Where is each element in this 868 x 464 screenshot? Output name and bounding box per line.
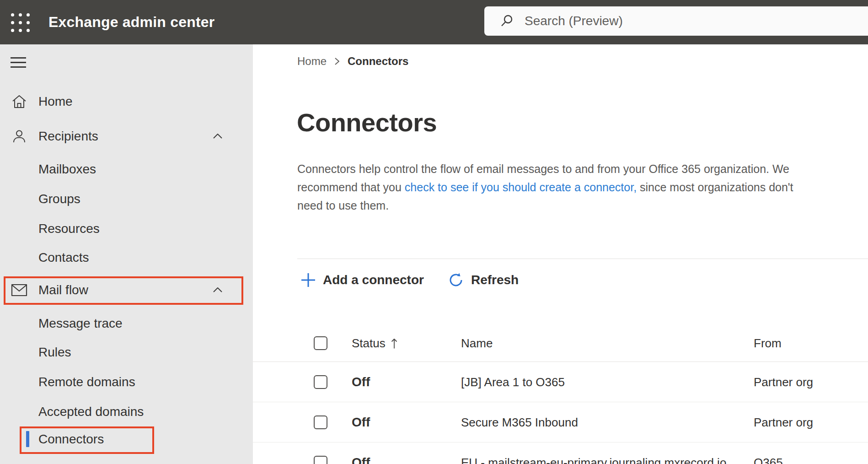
row-checkbox[interactable]: [314, 415, 327, 429]
add-connector-button[interactable]: Add a connector: [300, 272, 424, 288]
main-content: Home Connectors Connectors Connectors he…: [253, 44, 868, 464]
sidebar-item-label: Message trace: [38, 316, 123, 331]
table-header-row: Status Name From: [253, 325, 868, 362]
name-cell: EU - mailstream-eu-primary.journaling.mx…: [461, 455, 726, 464]
sidebar-item-groups[interactable]: Groups: [0, 184, 253, 214]
from-cell: Partner org: [754, 415, 813, 429]
refresh-button[interactable]: Refresh: [448, 272, 519, 288]
command-bar: Add a connector Refresh: [300, 265, 519, 295]
top-app-bar: Exchange admin center: [0, 0, 868, 44]
sidebar-item-mailboxes[interactable]: Mailboxes: [0, 155, 253, 184]
status-cell: Off: [352, 455, 370, 464]
sidebar-item-accepted-domains[interactable]: Accepted domains: [0, 397, 253, 426]
breadcrumb-chevron-icon: [334, 56, 340, 66]
description-line-3: need to use them.: [297, 196, 793, 215]
name-cell: Secure M365 Inbound: [461, 415, 578, 429]
sidebar-item-label: Remote domains: [38, 375, 135, 389]
page-description: Connectors help control the flow of emai…: [297, 160, 793, 215]
sidebar-item-mail-flow[interactable]: Mail flow: [0, 275, 253, 305]
status-cell: Off: [352, 375, 370, 389]
sidebar-item-label: Connectors: [38, 432, 104, 447]
column-header-from[interactable]: From: [754, 336, 782, 351]
breadcrumb-current: Connectors: [348, 55, 408, 68]
sidebar: Home Recipients Mailboxes Groups: [0, 44, 253, 464]
app-launcher-button[interactable]: [10, 12, 30, 32]
sidebar-item-label: Groups: [38, 192, 80, 206]
column-header-status[interactable]: Status: [352, 336, 398, 351]
sidebar-item-label: Recipients: [38, 129, 98, 144]
nav-toggle-button[interactable]: [11, 57, 26, 68]
sidebar-item-label: Resources: [38, 221, 100, 236]
sidebar-item-remote-domains[interactable]: Remote domains: [0, 367, 253, 397]
sidebar-item-label: Contacts: [38, 250, 89, 265]
sidebar-item-label: Home: [38, 94, 73, 109]
sidebar-item-connectors[interactable]: Connectors: [0, 425, 253, 454]
table-row[interactable]: Off EU - mailstream-eu-primary.journalin…: [253, 442, 868, 464]
sidebar-item-label: Rules: [38, 345, 71, 360]
sidebar-item-recipients[interactable]: Recipients: [0, 122, 253, 151]
row-checkbox[interactable]: [314, 375, 327, 389]
from-cell: O365: [754, 455, 783, 464]
sidebar-item-resources[interactable]: Resources: [0, 214, 253, 243]
table-row[interactable]: Off [JB] Area 1 to O365 Partner org: [253, 362, 868, 402]
from-cell: Partner org: [754, 375, 813, 389]
breadcrumb-home-link[interactable]: Home: [297, 55, 327, 68]
search-box[interactable]: [484, 6, 868, 36]
select-all-checkbox[interactable]: [314, 336, 327, 350]
table-row[interactable]: Off Secure M365 Inbound Partner org: [253, 402, 868, 442]
person-icon: [11, 128, 27, 145]
waffle-icon: [11, 13, 14, 16]
app-title: Exchange admin center: [48, 0, 214, 44]
sidebar-item-contacts[interactable]: Contacts: [0, 243, 253, 272]
hamburger-icon: [11, 57, 26, 59]
sidebar-item-home[interactable]: Home: [0, 87, 253, 116]
mail-icon: [11, 282, 27, 298]
connectors-table: Status Name From Off [JB] Area 1 to O365: [253, 325, 868, 464]
row-checkbox[interactable]: [314, 456, 327, 464]
status-cell: Off: [352, 415, 370, 430]
toolbar-divider: [297, 259, 868, 259]
sidebar-item-label: Mail flow: [38, 283, 88, 297]
name-cell: [JB] Area 1 to O365: [461, 375, 565, 389]
sidebar-item-rules[interactable]: Rules: [0, 338, 253, 367]
refresh-label: Refresh: [471, 273, 519, 287]
chevron-up-icon: [212, 130, 224, 142]
sort-ascending-icon: [390, 337, 398, 350]
refresh-icon: [448, 272, 464, 288]
add-connector-label: Add a connector: [323, 273, 424, 287]
home-icon: [11, 93, 27, 110]
column-header-name[interactable]: Name: [461, 336, 493, 351]
search-icon: [500, 14, 514, 28]
description-line-1: Connectors help control the flow of emai…: [297, 160, 793, 178]
chevron-up-icon: [212, 284, 224, 296]
page-title: Connectors: [297, 108, 437, 137]
exchange-admin-center-window: Exchange admin center Home: [0, 0, 868, 464]
plus-icon: [300, 272, 316, 288]
search-input[interactable]: [524, 13, 868, 29]
breadcrumb: Home Connectors: [297, 54, 408, 68]
create-connector-link[interactable]: check to see if you should create a conn…: [405, 181, 637, 194]
sidebar-item-label: Accepted domains: [38, 405, 144, 419]
sidebar-item-message-trace[interactable]: Message trace: [0, 309, 253, 338]
sidebar-item-label: Mailboxes: [38, 162, 96, 177]
description-line-2: recommend that you check to see if you s…: [297, 178, 793, 196]
